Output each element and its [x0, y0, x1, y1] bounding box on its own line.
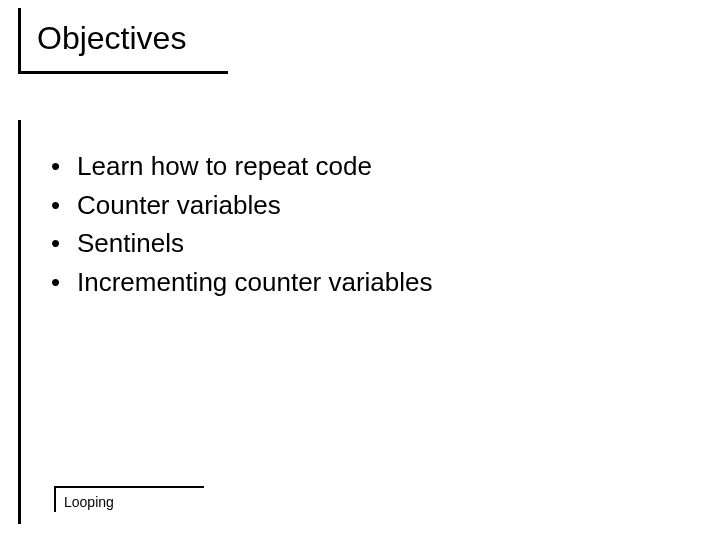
- list-item: • Incrementing counter variables: [51, 266, 658, 299]
- slide-title: Objectives: [37, 20, 198, 57]
- bullet-text: Sentinels: [77, 227, 184, 260]
- bullet-text: Incrementing counter variables: [77, 266, 433, 299]
- slide-footer: Looping: [64, 494, 144, 510]
- list-item: • Counter variables: [51, 189, 658, 222]
- bullet-icon: •: [51, 151, 77, 182]
- bullet-text: Counter variables: [77, 189, 281, 222]
- bullet-icon: •: [51, 228, 77, 259]
- slide-title-block: Objectives: [18, 8, 228, 74]
- bullet-text: Learn how to repeat code: [77, 150, 372, 183]
- list-item: • Sentinels: [51, 227, 658, 260]
- slide-body: • Learn how to repeat code • Counter var…: [18, 120, 678, 524]
- bullet-icon: •: [51, 267, 77, 298]
- slide-footer-block: Looping: [54, 486, 204, 512]
- bullet-icon: •: [51, 190, 77, 221]
- list-item: • Learn how to repeat code: [51, 150, 658, 183]
